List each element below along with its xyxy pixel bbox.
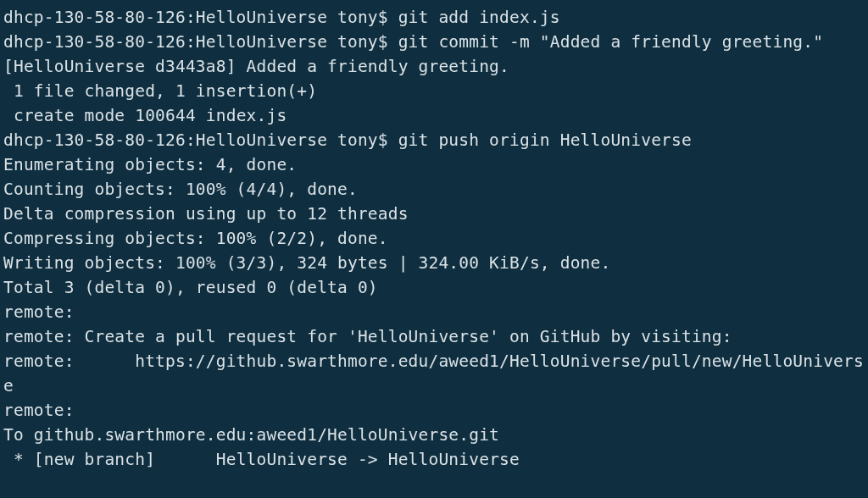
- terminal-window[interactable]: dhcp-130-58-80-126:HelloUniverse tony$ g…: [0, 0, 868, 498]
